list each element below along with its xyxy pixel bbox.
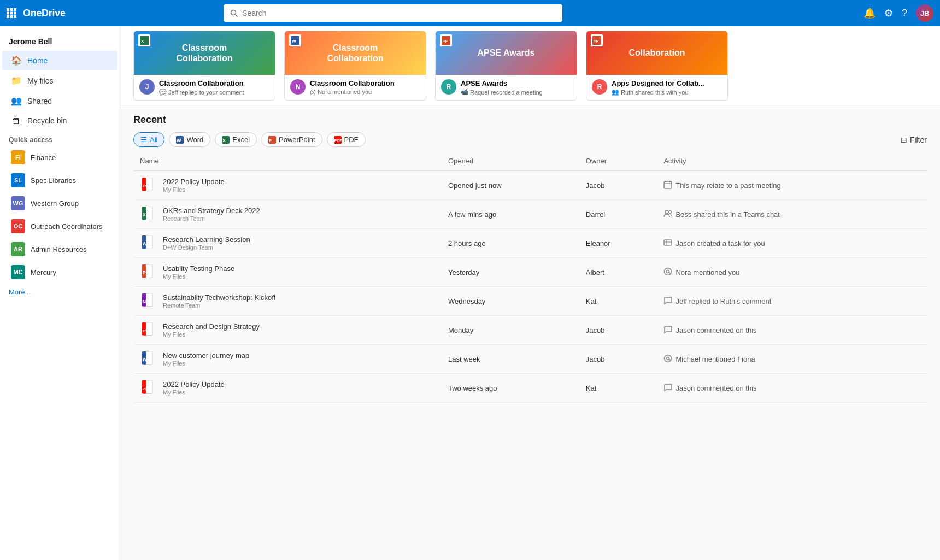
activity-card[interactable]: X ClassroomCollaboration J Classroom Col… (133, 31, 275, 101)
filter-button[interactable]: ⊟ Filter (901, 135, 927, 144)
svg-rect-3 (7, 12, 9, 15)
file-name-cell: W New customer journey map My Files (133, 345, 442, 374)
waffle-icon[interactable] (7, 8, 16, 18)
file-owner-cell: Kat (579, 287, 657, 316)
file-activity-cell: Jason commented on this (657, 374, 927, 403)
sidebar-item-myfiles[interactable]: 📁 My files (2, 71, 118, 90)
ppt-icon: P (268, 136, 276, 144)
file-owner-cell: Jacob (579, 316, 657, 345)
sidebar-item-mercury[interactable]: MC Mercury (2, 261, 118, 283)
file-name: 2022 Policy Update (163, 178, 225, 186)
card-avatar: J (139, 79, 155, 95)
file-activity-cell: This may relate to a past meeting (657, 171, 927, 200)
file-owner-cell: Eleanor (579, 229, 657, 258)
file-type-icon: P (140, 263, 157, 281)
app-logo[interactable]: OneDrive (23, 8, 66, 19)
filter-label: PDF (344, 135, 359, 144)
file-type-icon: PDF (140, 379, 157, 397)
file-activity-cell: Nora mentioned you (657, 258, 927, 287)
card-info: J Classroom Collaboration 💬 Jeff replied… (134, 75, 275, 100)
sidebar-item-recycle[interactable]: 🗑 Recycle bin (2, 111, 118, 130)
sidebar-item-label: Shared (27, 97, 52, 105)
svg-text:N: N (143, 299, 146, 304)
sidebar-item-finance[interactable]: Fi Finance (2, 146, 118, 168)
table-row[interactable]: P Usablity Testing Phase My Files Yester… (133, 258, 927, 287)
card-meta: 👥 Ruth shared this with you (612, 89, 704, 96)
table-row[interactable]: W Research Learning Session D+W Design T… (133, 229, 927, 258)
file-location: D+W Design Team (163, 244, 250, 251)
card-title: Classroom Collaboration (159, 79, 244, 87)
sidebar-item-shared[interactable]: 👥 Shared (2, 91, 118, 110)
notification-icon[interactable]: 🔔 (863, 7, 876, 19)
search-bar[interactable] (224, 4, 562, 22)
layout: Jerome Bell 🏠 Home 📁 My files 👥 Shared 🗑… (0, 26, 940, 560)
activity-card[interactable]: W ClassroomCollaboration N Classroom Col… (284, 31, 426, 101)
western-group-icon: WG (11, 196, 25, 210)
sidebar-item-admin-resources[interactable]: AR Admin Resources (2, 238, 118, 260)
card-info: R Apps Designed for Collab... 👥 Ruth sha… (586, 75, 727, 100)
sidebar-item-spec-libraries[interactable]: SL Spec Libraries (2, 169, 118, 191)
filter-word-button[interactable]: W Word (169, 132, 210, 147)
table-header-row: Name Opened Owner Activity (133, 151, 927, 171)
settings-icon[interactable]: ⚙ (884, 7, 893, 19)
file-type-icon: PDF (140, 176, 157, 194)
svg-rect-1 (10, 8, 13, 11)
card-info: R APSE Awards 📹 Raquel recorded a meetin… (436, 75, 577, 100)
table-row[interactable]: PDF 2022 Policy Update My Files Two week… (133, 374, 927, 403)
filter-powerpoint-button[interactable]: P PowerPoint (261, 132, 322, 147)
card-avatar: R (592, 79, 607, 95)
file-location: My Files (163, 331, 260, 338)
table-row[interactable]: N Sustainablity Techworkshop: Kickoff Re… (133, 287, 927, 316)
sidebar-item-outreach[interactable]: OC Outreach Coordinators (2, 215, 118, 237)
file-opened-cell: Two weeks ago (442, 374, 579, 403)
file-type-icon: PP (440, 34, 452, 46)
file-name-cell: N Sustainablity Techworkshop: Kickoff Re… (133, 287, 442, 316)
file-name: New customer journey map (163, 351, 249, 359)
file-opened-cell: A few mins ago (442, 200, 579, 229)
file-opened-cell: 2 hours ago (442, 229, 579, 258)
filter-all-button[interactable]: ☰ All (133, 132, 164, 147)
help-icon[interactable]: ? (902, 8, 907, 19)
svg-text:PDF: PDF (143, 329, 149, 333)
table-row[interactable]: PDF Research and Design Strategy My File… (133, 316, 927, 345)
sidebar-item-label: Recycle bin (27, 116, 67, 125)
file-name: Research and Design Strategy (163, 322, 260, 331)
file-type-icon: PP (591, 34, 603, 46)
svg-rect-5 (14, 12, 16, 15)
card-thumbnail: X ClassroomCollaboration (134, 31, 275, 75)
sidebar-item-western-group[interactable]: WG Western Group (2, 192, 118, 214)
file-type-icon: PDF (140, 321, 157, 339)
svg-text:PDF: PDF (143, 387, 149, 391)
activity-card[interactable]: PP Collaboration R Apps Designed for Col… (586, 31, 728, 101)
topbar: OneDrive 🔔 ⚙ ? JB (0, 0, 940, 26)
file-owner-cell: Kat (579, 374, 657, 403)
sidebar-user-name: Jerome Bell (0, 31, 120, 50)
svg-rect-6 (7, 15, 9, 18)
file-activity-cell: Jason commented on this (657, 316, 927, 345)
file-name: 2022 Policy Update (163, 380, 225, 388)
filter-excel-button[interactable]: X Excel (215, 132, 257, 147)
file-name-cell: PDF Research and Design Strategy My File… (133, 316, 442, 345)
sidebar-item-home[interactable]: 🏠 Home (2, 51, 118, 70)
more-button[interactable]: More... (0, 284, 120, 300)
spec-libraries-icon: SL (11, 173, 25, 187)
file-owner-cell: Darrel (579, 200, 657, 229)
file-opened-cell: Yesterday (442, 258, 579, 287)
svg-rect-32 (664, 181, 672, 188)
file-owner-cell: Jacob (579, 345, 657, 374)
quick-item-label: Mercury (31, 268, 56, 276)
recent-title: Recent (133, 114, 927, 126)
card-meta: 💬 Jeff replied to your comment (159, 89, 244, 96)
table-row[interactable]: W New customer journey map My Files Last… (133, 345, 927, 374)
activity-icon (663, 296, 672, 306)
activity-card[interactable]: PP APSE Awards R APSE Awards 📹 Raquel re… (435, 31, 577, 101)
svg-line-10 (236, 15, 238, 17)
table-row[interactable]: X OKRs and Strategy Deck 2022 Research T… (133, 200, 927, 229)
search-input[interactable] (242, 9, 556, 17)
table-row[interactable]: PDF 2022 Policy Update My Files Opened j… (133, 171, 927, 200)
col-opened: Opened (442, 151, 579, 171)
avatar[interactable]: JB (916, 4, 933, 22)
myfiles-icon: 📁 (11, 75, 22, 86)
file-opened-cell: Monday (442, 316, 579, 345)
filter-pdf-button[interactable]: PDF PDF (327, 132, 366, 147)
